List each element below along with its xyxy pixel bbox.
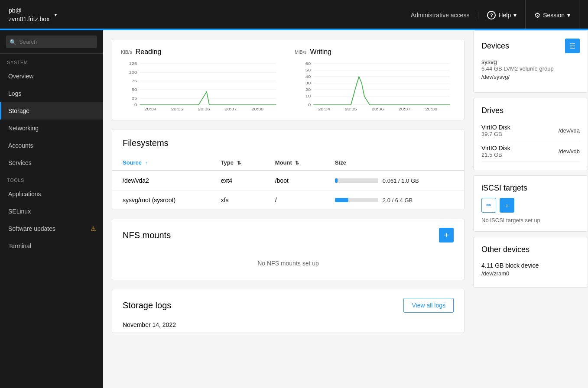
devices-menu-button[interactable]: ☰	[565, 39, 580, 53]
drive-path: /dev/vdb	[559, 148, 580, 155]
nfs-title: NFS mounts	[123, 230, 171, 240]
device-desc: 6.44 GB LVM2 volume group	[481, 65, 580, 72]
col-type[interactable]: Type ⇅	[211, 155, 265, 171]
sidebar-item-logs[interactable]: Logs	[0, 85, 103, 102]
session-button[interactable]: ⚙ Session ▾	[526, 0, 579, 30]
svg-text:20: 20	[305, 87, 311, 92]
drive-size: 39.7 GB	[481, 131, 510, 137]
blue-progress-bar	[0, 29, 588, 30]
help-icon: ?	[487, 11, 496, 19]
fs-mount: /boot	[265, 171, 325, 191]
help-chevron-icon: ▾	[513, 12, 517, 19]
iscsi-add-button[interactable]: +	[500, 198, 514, 213]
svg-text:20:37: 20:37	[399, 107, 411, 111]
device-path: /dev/sysvg/	[481, 74, 580, 80]
session-chevron-icon: ▾	[567, 12, 570, 19]
reading-chart-section: KiB/s Reading 125	[121, 48, 282, 111]
iscsi-edit-button[interactable]: ✏	[481, 198, 496, 213]
sidebar-item-software-updates[interactable]: Software updates ⚠	[0, 220, 103, 237]
sidebar-item-accounts[interactable]: Accounts	[0, 137, 103, 154]
svg-text:75: 75	[132, 79, 137, 83]
other-devices-list: 4.11 GB block device /dev/zram0	[481, 259, 580, 279]
svg-text:20:34: 20:34	[144, 107, 156, 111]
sidebar-item-storage[interactable]: Storage	[0, 102, 103, 120]
table-row: sysvg/root (sysroot) xfs / 2.0 / 6.4 GB	[112, 191, 464, 210]
sidebar-item-applications[interactable]: Applications	[0, 185, 103, 203]
help-button[interactable]: ? Help ▾	[478, 0, 526, 30]
fs-source: /dev/vda2	[112, 171, 211, 191]
view-all-logs-button[interactable]: View all logs	[403, 298, 454, 313]
charts-card: KiB/s Reading 125	[112, 39, 465, 120]
sort-up-icon: ↑	[145, 160, 148, 165]
drive-size: 21.5 GB	[481, 152, 510, 158]
svg-text:20:35: 20:35	[345, 107, 357, 111]
svg-text:50: 50	[132, 87, 137, 92]
svg-text:60: 60	[305, 61, 311, 66]
sort-icon-type: ⇅	[237, 160, 241, 165]
sidebar: 🔍 System Overview Logs Storage Networkin…	[0, 30, 103, 388]
svg-text:20:38: 20:38	[251, 107, 263, 111]
right-panel: Devices ☰ sysvg 6.44 GB LVM2 volume grou…	[473, 30, 588, 388]
main-content: KiB/s Reading 125	[103, 30, 473, 388]
other-device-item: 4.11 GB block device /dev/zram0	[481, 259, 580, 279]
devices-card: Devices ☰ sysvg 6.44 GB LVM2 volume grou…	[473, 30, 588, 93]
drive-name: VirtIO Disk	[481, 145, 510, 152]
filesystems-table: Source ↑ Type ⇅ Mount ⇅ Size	[112, 155, 464, 210]
search-input[interactable]	[6, 36, 97, 48]
search-section: 🔍	[0, 30, 103, 54]
iscsi-empty-text: No iSCSI targets set up	[481, 217, 580, 223]
storage-logs-card: Storage logs View all logs November 14, …	[112, 289, 465, 333]
brand-menu[interactable]: pb@ zvm01.fritz.box ▾	[9, 6, 57, 23]
filesystems-title: Filesystems	[123, 138, 454, 148]
sidebar-item-selinux[interactable]: SELinux	[0, 203, 103, 220]
device-name: sysvg	[481, 58, 580, 65]
sort-icon-mount: ⇅	[295, 160, 299, 165]
svg-text:20:38: 20:38	[425, 107, 437, 111]
svg-text:30: 30	[305, 81, 311, 85]
brand-chevron-icon: ▾	[55, 12, 57, 18]
topbar: pb@ zvm01.fritz.box ▾ Administrative acc…	[0, 0, 588, 30]
iscsi-title: iSCSI targets	[481, 184, 527, 193]
svg-text:20:36: 20:36	[372, 107, 384, 111]
warning-icon: ⚠	[91, 225, 96, 232]
svg-text:25: 25	[132, 96, 137, 100]
drives-list: VirtIO Disk 39.7 GB /dev/vda VirtIO Disk…	[481, 120, 580, 162]
reading-unit: KiB/s	[121, 49, 132, 55]
logs-title: Storage logs	[123, 301, 171, 310]
svg-text:40: 40	[305, 74, 311, 79]
admin-access-label: Administrative access	[402, 12, 478, 19]
reading-chart: 125 100 75 50 25 0 20:34 20:35 20:36	[121, 59, 282, 111]
help-label: Help	[498, 12, 511, 19]
writing-title: Writing	[310, 48, 332, 56]
col-source[interactable]: Source ↑	[112, 155, 211, 171]
nfs-add-button[interactable]: +	[439, 228, 454, 242]
writing-chart: 60 50 40 30 20 10 0 20:34 20:35 20:36	[295, 59, 455, 111]
sidebar-item-terminal[interactable]: Terminal	[0, 237, 103, 255]
logs-date: November 14, 2022	[112, 321, 464, 333]
svg-text:20:37: 20:37	[225, 107, 237, 111]
fs-size: 0.061 / 1.0 GB	[325, 171, 464, 191]
svg-text:0: 0	[308, 103, 311, 107]
col-mount[interactable]: Mount ⇅	[265, 155, 325, 171]
fs-source: sysvg/root (sysroot)	[112, 191, 211, 210]
writing-unit: MiB/s	[295, 49, 307, 55]
sidebar-item-networking[interactable]: Networking	[0, 120, 103, 137]
drive-item: VirtIO Disk 21.5 GB /dev/vdb	[481, 141, 580, 162]
svg-text:50: 50	[305, 68, 311, 72]
drive-item: VirtIO Disk 39.7 GB /dev/vda	[481, 120, 580, 141]
drives-card: Drives VirtIO Disk 39.7 GB /dev/vda Virt…	[473, 98, 588, 170]
sidebar-item-services[interactable]: Services	[0, 154, 103, 171]
svg-text:20:35: 20:35	[171, 107, 183, 111]
other-device-desc: 4.11 GB block device	[481, 262, 580, 269]
nfs-empty-text: No NFS mounts set up	[112, 251, 464, 280]
search-icon: 🔍	[10, 39, 16, 45]
svg-text:20:34: 20:34	[318, 107, 330, 111]
session-gear-icon: ⚙	[534, 11, 540, 19]
svg-text:10: 10	[305, 94, 311, 98]
device-sysvg: sysvg 6.44 GB LVM2 volume group /dev/sys…	[481, 58, 580, 84]
drives-title: Drives	[481, 106, 504, 115]
sidebar-item-overview[interactable]: Overview	[0, 68, 103, 85]
other-devices-card: Other devices 4.11 GB block device /dev/…	[473, 237, 588, 288]
svg-text:125: 125	[129, 61, 137, 66]
nfs-card: NFS mounts + No NFS mounts set up	[112, 219, 465, 280]
